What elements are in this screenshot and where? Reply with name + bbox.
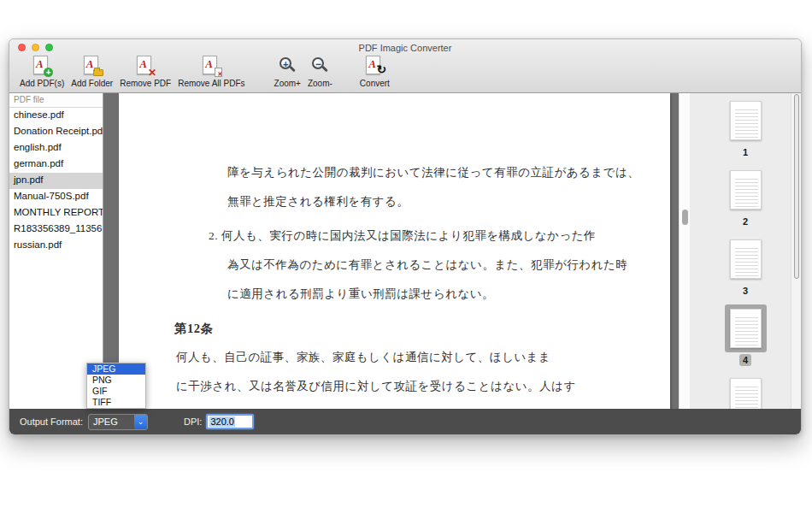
add-folder-button[interactable]: A Add Folder: [68, 53, 116, 88]
dpi-input[interactable]: 320.0: [206, 414, 254, 429]
document-text-line: 障を与えられた公開の裁判において法律に従って有罪の立証があるまでは、: [119, 165, 670, 194]
output-format-select[interactable]: JPEG ⌄: [88, 414, 148, 430]
pdf-file-item[interactable]: MONTHLY REPORT....: [9, 205, 103, 222]
toolbar-button-label: Add PDF(s): [20, 79, 64, 88]
format-menu-option[interactable]: GIF: [87, 386, 145, 397]
pdf-page-view: 障を与えられた公開の裁判において法律に従って有罪の立証があるまでは、 無罪と推定…: [119, 93, 670, 409]
format-menu-option[interactable]: TIFF: [87, 397, 145, 408]
document-text-line: 第12条: [119, 321, 670, 350]
thumbnail-selection-frame: [725, 374, 767, 409]
app-window: PDF Imagic Converter A+ Add PDF(s) A Add…: [9, 38, 802, 435]
pdf-file-item[interactable]: english.pdf: [9, 140, 103, 157]
toolbar-button-label: Convert: [360, 79, 390, 88]
document-text-line: に干渉され、又は名誉及び信用に対して攻証を受けることはない。人はす: [119, 379, 670, 408]
thumbnail-selection-frame: [725, 166, 767, 214]
thumbnail-list: 1 2 3: [725, 97, 767, 409]
window-title: PDF Imagic Converter: [9, 43, 801, 53]
document-text-line: 為又は不作為のために有罪とされることはない。また、犯罪が行われた時: [119, 257, 670, 286]
document-text-line: に適用される刑罰より重い刑罰は課せられない。: [119, 286, 670, 316]
thumbnail-page-number: 4: [739, 354, 751, 366]
preview-scrollbar-thumb[interactable]: [682, 210, 688, 225]
pdf-preview-pane[interactable]: 障を与えられた公開の裁判において法律に従って有罪の立証があるまでは、 無罪と推定…: [103, 93, 690, 409]
convert-button[interactable]: A↻ Convert: [356, 53, 393, 88]
pdf-file-item[interactable]: Manual-750S.pdf: [9, 189, 103, 205]
thumbnail-selection-frame: [725, 235, 767, 283]
preview-scrollbar[interactable]: [679, 93, 690, 409]
add-folder-icon: A: [81, 55, 103, 77]
title-bar: PDF Imagic Converter: [9, 39, 801, 53]
thumbnail-scrollbar-thumb[interactable]: [794, 94, 799, 279]
pdf-file-item[interactable]: german.pdf: [9, 157, 103, 173]
toolbar: A+ Add PDF(s) A Add Folder A✕ Remove PDF…: [9, 53, 801, 92]
main-content: PDF file chinese.pdf Donation Receipt.pd…: [9, 93, 801, 409]
thumbnail-page-number: 3: [739, 285, 751, 297]
pdf-file-list: PDF file chinese.pdf Donation Receipt.pd…: [9, 93, 103, 409]
zoom-in-icon: +: [276, 55, 298, 77]
toolbar-button-label: Zoom-: [308, 79, 332, 88]
page-thumbnail[interactable]: 2: [725, 166, 767, 227]
window-header: PDF Imagic Converter A+ Add PDF(s) A Add…: [9, 39, 801, 93]
zoom-in-button[interactable]: + Zoom+: [271, 53, 304, 88]
document-text: 障を与えられた公開の裁判において法律に従って有罪の立証があるまでは、 無罪と推定…: [119, 165, 670, 409]
output-format-label: Output Format:: [20, 416, 83, 427]
document-text-line: 何人も、自己の証事、家族、家庭もしくは通信に対して、ほしいまま: [119, 350, 670, 379]
toolbar-button-label: Remove PDF: [120, 79, 171, 88]
file-list-column-header: PDF file: [9, 93, 103, 108]
thumbnail-page-image: [730, 309, 762, 348]
toolbar-button-label: Add Folder: [71, 79, 113, 88]
format-menu-option[interactable]: JPEG: [87, 363, 145, 375]
remove-all-pdfs-icon: A: [200, 55, 222, 77]
bottom-bar: Output Format: JPEG ⌄ DPI: 320.0: [9, 409, 801, 434]
document-text-line: 2. 何人も、実行の時に国内法又は国際法により犯罪を構成しなかった作: [119, 228, 670, 257]
page-thumbnail-panel: 1 2 3: [690, 93, 801, 409]
pdf-file-item[interactable]: russian.pdf: [9, 238, 103, 254]
thumbnail-scrollbar[interactable]: [791, 93, 801, 409]
add-pdfs-button[interactable]: A+ Add PDF(s): [16, 53, 68, 88]
thumbnail-page-number: 1: [739, 146, 751, 158]
thumbnail-selection-frame: [725, 304, 767, 352]
file-list-rows: chinese.pdf Donation Receipt.pdf english…: [9, 108, 103, 254]
toolbar-button-label: Zoom+: [274, 79, 301, 88]
pdf-file-item[interactable]: jpn.pdf: [9, 173, 103, 189]
add-pdf-icon: A+: [31, 55, 53, 77]
thumbnail-page-image: [730, 239, 762, 279]
page-thumbnail[interactable]: 5: [725, 374, 767, 409]
chevron-down-icon: ⌄: [134, 415, 147, 429]
toolbar-button-label: Remove All PDFs: [178, 79, 244, 88]
page-thumbnail[interactable]: 3: [725, 235, 767, 297]
page-thumbnail[interactable]: 4: [725, 304, 767, 366]
remove-all-pdfs-button[interactable]: A Remove All PDFs: [174, 53, 248, 88]
zoom-out-icon: −: [309, 55, 331, 77]
page-thumbnail[interactable]: 1: [725, 97, 767, 158]
format-menu-option[interactable]: PNG: [87, 375, 145, 386]
pdf-file-item[interactable]: R183356389_11356....: [9, 222, 103, 238]
thumbnail-page-number: 2: [739, 216, 751, 227]
thumbnail-page-image: [730, 101, 762, 140]
thumbnail-page-image: [730, 378, 762, 409]
document-text-line: 無罪と推定される権利を有する。: [119, 194, 670, 223]
convert-icon: A↻: [363, 55, 385, 77]
output-format-value: JPEG: [89, 416, 134, 427]
output-format-menu: JPEG PNG GIF TIFF: [86, 363, 146, 409]
remove-pdf-icon: A✕: [134, 55, 156, 77]
pdf-file-item[interactable]: chinese.pdf: [9, 108, 103, 124]
thumbnail-page-image: [730, 170, 762, 210]
thumbnail-selection-frame: [725, 97, 767, 145]
pdf-file-item[interactable]: Donation Receipt.pdf: [9, 124, 103, 140]
zoom-out-button[interactable]: − Zoom-: [304, 53, 336, 88]
remove-pdf-button[interactable]: A✕ Remove PDF: [116, 53, 174, 88]
dpi-value-selected-text: 320.0: [209, 416, 235, 427]
dpi-label: DPI:: [184, 416, 202, 427]
